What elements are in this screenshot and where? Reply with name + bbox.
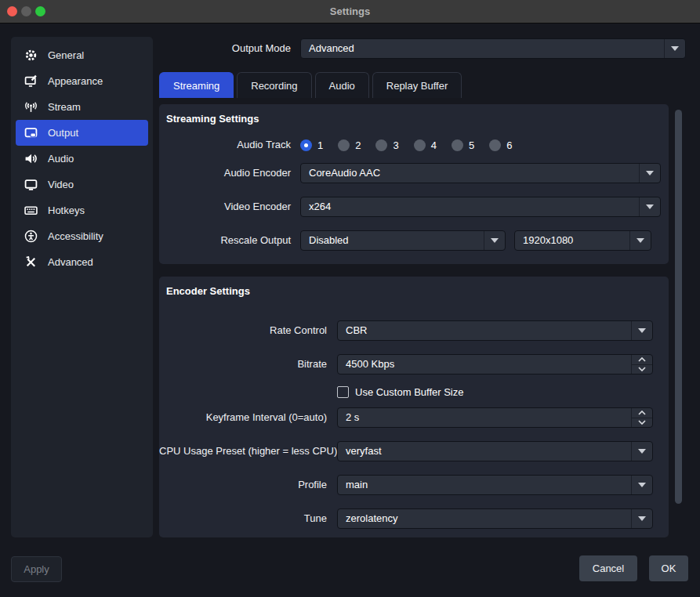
audio-track-option-5[interactable]: 5	[452, 139, 474, 151]
chevron-down-icon	[638, 449, 646, 454]
output-mode-select[interactable]: Advanced	[300, 38, 686, 59]
profile-row: Profile main	[159, 475, 653, 495]
cpu-usage-preset-select[interactable]: veryfast	[337, 441, 653, 461]
dropdown-button[interactable]	[629, 231, 651, 250]
tab-audio[interactable]: Audio	[315, 72, 369, 98]
audio-track-option-3[interactable]: 3	[375, 139, 398, 151]
chevron-down-icon	[671, 46, 679, 51]
use-custom-buffer-label: Use Custom Buffer Size	[355, 386, 463, 398]
close-window-button[interactable]	[7, 6, 17, 16]
tune-row: Tune zerolatency	[159, 508, 653, 529]
rate-control-label: Rate Control	[159, 320, 337, 341]
keyframe-interval-value: 2 s	[338, 408, 631, 427]
keyframe-interval-row: Keyframe Interval (0=auto) 2 s	[159, 407, 653, 428]
chevron-down-icon	[646, 171, 654, 175]
tune-select[interactable]: zerolatency	[337, 508, 653, 529]
rescale-resolution-value: 1920x1080	[515, 231, 629, 250]
dropdown-button[interactable]	[484, 231, 505, 250]
radio-icon	[489, 139, 501, 151]
keyboard-icon	[24, 204, 38, 217]
radio-selected-icon	[300, 139, 312, 151]
rate-control-select[interactable]: CBR	[337, 320, 653, 341]
tab-replay-buffer[interactable]: Replay Buffer	[372, 72, 462, 98]
rescale-output-value: Disabled	[301, 231, 484, 250]
rescale-resolution-select[interactable]: 1920x1080	[514, 230, 651, 251]
output-icon	[24, 126, 38, 139]
video-encoder-label: Video Encoder	[159, 197, 300, 217]
chevron-down-icon	[638, 483, 646, 487]
tune-value: zerolatency	[338, 509, 631, 528]
audio-track-option-2[interactable]: 2	[338, 139, 361, 151]
radio-icon	[375, 139, 387, 151]
dropdown-button[interactable]	[631, 321, 652, 340]
streaming-settings-title: Streaming Settings	[166, 113, 259, 125]
video-encoder-select[interactable]: x264	[300, 197, 661, 217]
checkbox-icon	[337, 386, 349, 398]
rescale-output-select[interactable]: Disabled	[300, 230, 506, 251]
cpu-usage-preset-label: CPU Usage Preset (higher = less CPU)	[159, 441, 337, 461]
appearance-icon	[24, 74, 38, 88]
radio-label: 6	[506, 139, 512, 151]
sidebar-item-appearance[interactable]: Appearance	[16, 68, 148, 94]
audio-encoder-select[interactable]: CoreAudio AAC	[300, 163, 661, 183]
sidebar-item-audio[interactable]: Audio	[16, 146, 148, 172]
dropdown-button[interactable]	[639, 197, 660, 216]
sidebar-item-general[interactable]: General	[16, 42, 148, 68]
rescale-output-row: Rescale Output Disabled 1920x1080	[159, 230, 661, 251]
sidebar-item-hotkeys[interactable]: Hotkeys	[16, 197, 148, 223]
dropdown-button[interactable]	[639, 164, 660, 183]
gear-icon	[24, 49, 38, 62]
bitrate-value: 4500 Kbps	[338, 355, 631, 374]
minimize-window-button[interactable]	[21, 6, 31, 16]
spin-down-button[interactable]	[632, 418, 652, 428]
audio-encoder-row: Audio Encoder CoreAudio AAC	[159, 163, 661, 183]
audio-encoder-value: CoreAudio AAC	[301, 164, 639, 183]
rate-control-value: CBR	[338, 321, 631, 340]
spin-up-button[interactable]	[632, 355, 652, 365]
output-mode-row: Output Mode Advanced	[159, 38, 686, 59]
rescale-controls: Disabled 1920x1080	[300, 230, 661, 251]
display-icon	[24, 178, 38, 191]
dropdown-button[interactable]	[631, 509, 652, 528]
profile-label: Profile	[159, 475, 337, 495]
dropdown-button[interactable]	[664, 39, 685, 58]
dropdown-button[interactable]	[631, 442, 652, 461]
tab-streaming[interactable]: Streaming	[159, 72, 234, 98]
cancel-button[interactable]: Cancel	[579, 555, 637, 581]
audio-track-option-4[interactable]: 4	[414, 139, 437, 151]
audio-track-radio-group: 1 2 3 4 5 6	[300, 139, 512, 151]
profile-select[interactable]: main	[337, 475, 653, 495]
tab-recording[interactable]: Recording	[237, 72, 311, 98]
radio-label: 5	[469, 139, 474, 151]
use-custom-buffer-checkbox[interactable]: Use Custom Buffer Size	[337, 386, 463, 398]
chevron-down-icon	[638, 516, 646, 521]
spin-down-button[interactable]	[632, 365, 652, 374]
sidebar-item-output[interactable]: Output	[16, 120, 148, 146]
bitrate-spinbox[interactable]: 4500 Kbps	[337, 354, 653, 374]
keyframe-interval-label: Keyframe Interval (0=auto)	[159, 407, 337, 428]
chevron-down-icon	[638, 328, 646, 333]
vertical-scrollbar[interactable]	[675, 110, 682, 504]
radio-label: 2	[355, 139, 361, 151]
sidebar-item-accessibility[interactable]: Accessibility	[16, 223, 148, 249]
sidebar-item-label: General	[48, 49, 84, 61]
chevron-down-icon	[491, 238, 499, 243]
spin-up-button[interactable]	[632, 408, 652, 418]
ok-button[interactable]: OK	[649, 555, 688, 581]
apply-button[interactable]: Apply	[11, 556, 62, 582]
dropdown-button[interactable]	[631, 476, 652, 494]
tools-icon	[24, 255, 38, 269]
audio-track-option-1[interactable]: 1	[300, 139, 323, 151]
tune-label: Tune	[159, 508, 337, 529]
cpu-usage-preset-row: CPU Usage Preset (higher = less CPU) ver…	[159, 441, 653, 461]
keyframe-interval-spinbox[interactable]: 2 s	[337, 407, 653, 428]
zoom-window-button[interactable]	[35, 6, 45, 16]
audio-track-option-6[interactable]: 6	[489, 139, 512, 151]
sidebar-item-stream[interactable]: Stream	[16, 94, 148, 120]
radio-label: 4	[431, 139, 437, 151]
sidebar-item-video[interactable]: Video	[16, 172, 148, 197]
video-encoder-row: Video Encoder x264	[159, 197, 661, 217]
sidebar-item-advanced[interactable]: Advanced	[16, 249, 148, 275]
radio-label: 1	[317, 139, 323, 151]
chevron-down-icon	[637, 238, 644, 243]
